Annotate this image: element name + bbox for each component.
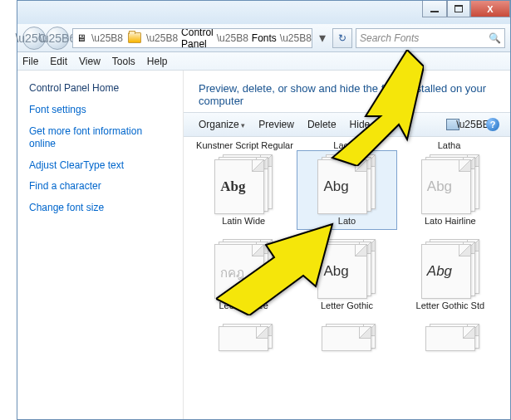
hide-button[interactable]: Hide [343,119,377,130]
font-item[interactable]: กคฎLeelawadee [194,235,293,315]
folder-icon [128,31,141,46]
font-label: Letter Gothic Std [416,300,485,310]
breadcrumb-item[interactable]: Fonts [252,32,277,44]
organize-button[interactable]: Organize [192,119,252,130]
preview-button[interactable]: Preview [252,119,301,130]
font-item[interactable]: AbgLato [297,150,396,230]
font-item[interactable] [297,320,396,353]
help-button[interactable]: ? [484,115,502,134]
font-grid: AbgLatin WideAbgLatoAbgLato HairlineกคฎL… [194,150,500,353]
font-label: Letter Gothic [321,300,373,310]
history-dropdown[interactable]: ▾ [316,30,329,46]
window: X \u25C0 \u25B6 🖥 \u25B8 \u25B8 All Cont… [17,0,511,420]
font-label: Latha [398,140,500,150]
delete-button[interactable]: Delete [301,119,343,130]
sidebar: Control Panel Home Font settings Get mor… [17,71,184,419]
forward-button[interactable]: \u25B6 [46,27,69,50]
sidebar-link-cleartype[interactable]: Adjust ClearType text [29,159,171,173]
menu-tools[interactable]: Tools [112,56,135,67]
main-pane: Preview, delete, or show and hide the fo… [184,71,510,419]
breadcrumb-item[interactable]: All Control Panel Ite... [181,28,214,48]
search-icon: 🔍 [489,32,501,44]
menu-file[interactable]: File [22,56,38,67]
sidebar-link-font-info[interactable]: Get more font information online [29,125,171,151]
refresh-button[interactable]: ↻ [332,28,352,48]
font-item[interactable] [194,320,293,353]
minimize-button[interactable] [422,1,447,17]
computer-icon: 🖥 [76,31,86,46]
address-bar: \u25C0 \u25B6 🖥 \u25B8 \u25B8 All Contro… [17,24,510,52]
menu-help[interactable]: Help [147,56,168,67]
menu-view[interactable]: View [79,56,101,67]
sidebar-header[interactable]: Control Panel Home [29,82,171,94]
toolbar: Organize Preview Delete Hide \u25BE ? [184,112,510,137]
chevron-icon: \u25B8 [143,32,181,44]
chevron-icon: \u25B8 [277,32,312,44]
page-heading: Preview, delete, or show and hide the fo… [184,71,510,112]
close-button[interactable]: X [470,1,510,17]
font-item[interactable]: AbgLetter Gothic Std [400,235,500,315]
font-label: Lao UI [296,140,398,150]
font-label: Kunstner Script Regular [194,140,296,150]
font-item[interactable] [400,320,500,353]
search-placeholder: Search Fonts [360,32,419,44]
view-dropdown-icon[interactable]: \u25BE [464,115,482,134]
font-label: Latin Wide [222,216,265,226]
breadcrumb[interactable]: 🖥 \u25B8 \u25B8 All Control Panel Ite...… [72,28,312,48]
font-item[interactable]: AbgLatin Wide [194,150,293,230]
maximize-button[interactable] [447,1,470,17]
chevron-icon: \u25B8 [214,32,252,44]
chevron-icon: \u25B8 [88,32,126,44]
sidebar-link-font-size[interactable]: Change font size [29,202,171,215]
menu-bar: File Edit View Tools Help [17,52,510,71]
menu-edit[interactable]: Edit [50,56,67,67]
sidebar-link-font-settings[interactable]: Font settings [29,104,171,117]
sidebar-link-find-char[interactable]: Find a character [29,180,171,193]
font-label: Leelawadee [219,300,268,310]
font-item[interactable]: AbgLato Hairline [400,150,500,230]
font-label: Lato Hairline [425,216,476,226]
font-label: Lato [338,216,356,226]
titlebar: X [17,1,510,24]
font-item[interactable]: AbgLetter Gothic [297,235,396,315]
search-input[interactable]: Search Fonts 🔍 [356,28,505,48]
